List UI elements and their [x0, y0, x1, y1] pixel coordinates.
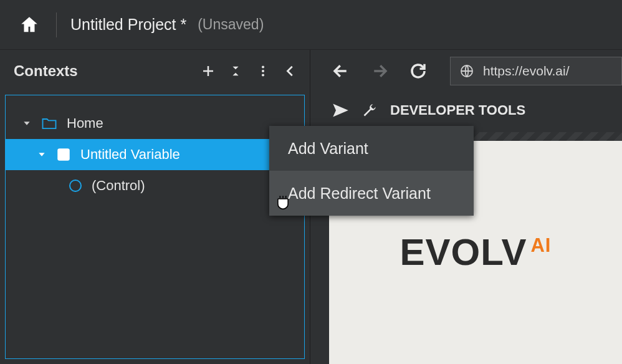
- menu-label: Add Redirect Variant: [288, 184, 431, 203]
- tree-label: Untitled Variable: [80, 146, 180, 163]
- variable-icon: [55, 146, 72, 163]
- collapse-all-button[interactable]: [224, 59, 247, 83]
- add-context-button[interactable]: [196, 59, 220, 83]
- devtools-row[interactable]: DEVELOPER TOOLS: [310, 92, 622, 128]
- more-button[interactable]: [251, 59, 275, 83]
- svg-point-2: [262, 74, 264, 76]
- project-title: Untitled Project *: [70, 16, 186, 34]
- wrench-icon: [361, 102, 378, 118]
- collapse-icon: [229, 64, 242, 78]
- url-text: https://evolv.ai/: [483, 64, 570, 79]
- kebab-icon: [256, 64, 270, 78]
- url-bar[interactable]: https://evolv.ai/: [450, 57, 622, 85]
- logo-ai: AI: [530, 234, 551, 256]
- menu-add-redirect-variant[interactable]: Add Redirect Variant: [269, 171, 474, 216]
- reload-button[interactable]: [405, 58, 431, 84]
- contexts-panel: Contexts: [0, 50, 310, 364]
- tree-row-home[interactable]: Home: [6, 108, 304, 139]
- contexts-actions: [196, 59, 302, 83]
- arrow-right-icon: [370, 62, 389, 80]
- tree-row-variable[interactable]: Untitled Variable: [6, 139, 304, 170]
- tree-label: Home: [67, 115, 103, 132]
- home-icon: [19, 14, 40, 36]
- tree-label: (Control): [92, 178, 145, 194]
- folder-icon: [41, 115, 58, 132]
- caret-down-icon: [37, 150, 47, 160]
- project-status: (Unsaved): [198, 16, 264, 33]
- arrow-left-icon: [332, 62, 350, 80]
- logo-main: EVOLV: [400, 231, 527, 273]
- globe-icon: [459, 64, 474, 79]
- svg-point-1: [262, 70, 264, 72]
- caret-down-icon: [22, 118, 32, 128]
- contexts-header: Contexts: [0, 50, 310, 92]
- back-button[interactable]: [328, 58, 354, 84]
- forward-button[interactable]: [366, 58, 393, 84]
- plus-icon: [201, 64, 216, 79]
- menu-label: Add Variant: [288, 140, 368, 158]
- topbar-divider: [56, 12, 57, 37]
- send-icon: [332, 102, 349, 119]
- svg-point-4: [70, 180, 81, 191]
- hide-panel-button[interactable]: [279, 59, 302, 83]
- tree-row-control[interactable]: (Control): [6, 170, 304, 201]
- home-button[interactable]: [14, 9, 45, 41]
- evolv-logo: EVOLVAI: [400, 234, 552, 271]
- contexts-tree: Home Untitled Variable (Control): [5, 95, 305, 359]
- chevron-left-icon: [284, 64, 297, 78]
- contexts-title: Contexts: [14, 62, 196, 80]
- topbar: Untitled Project * (Unsaved): [0, 0, 622, 50]
- svg-rect-3: [57, 148, 70, 161]
- svg-point-0: [262, 66, 264, 69]
- devtools-label: DEVELOPER TOOLS: [390, 102, 525, 118]
- control-icon: [68, 178, 83, 193]
- browser-nav: https://evolv.ai/: [310, 50, 622, 92]
- menu-add-variant[interactable]: Add Variant: [269, 126, 474, 171]
- variable-context-menu: Add Variant Add Redirect Variant: [269, 126, 474, 216]
- reload-icon: [409, 62, 428, 80]
